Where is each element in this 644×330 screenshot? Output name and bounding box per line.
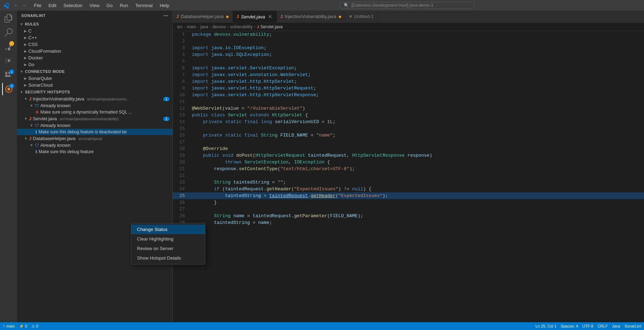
code-line-2: 2 [173, 38, 644, 45]
context-menu-clear-highlighting[interactable]: Clear Highlighting [131, 234, 205, 244]
search-icon[interactable] [2, 26, 15, 39]
sonarqube-item[interactable]: ▶ SonarQube [17, 75, 172, 82]
menu-edit[interactable]: Edit [46, 2, 59, 9]
sonarcloud-item[interactable]: ▶ SonarCloud [17, 82, 172, 88]
code-line-20: 20 throws ServletException, IOException … [173, 159, 644, 166]
sep2: › [198, 24, 199, 29]
injection-count-badge: 1 [163, 97, 170, 101]
code-line-24: 24 if (taintedRequest.getHeader("Expecte… [173, 186, 644, 192]
sidebar-header-actions: ••• [164, 13, 168, 18]
sidebar-more-icon[interactable]: ••• [164, 13, 168, 18]
status-bar: ⑃ main ⚡ 0 ⚠ 0 Ln 25, Col 1 Spaces: 4 UT… [0, 322, 644, 330]
branch-name: main [6, 324, 15, 328]
connected-mode-section-header[interactable]: ▼ CONNECTED MODE [17, 68, 172, 75]
code-line-27: 27 [173, 206, 644, 213]
code-line-5: 5 [173, 58, 644, 65]
tab-databasehelper[interactable]: J DatabaseHelper.java ● [173, 11, 233, 23]
rules-item-cpp[interactable]: ▶ C++ [17, 34, 172, 41]
security-hotspots-section-header[interactable]: ▼ SECURITY HOTSPOTS [17, 88, 172, 95]
breadcrumb-java-icon: J [257, 25, 259, 29]
menu-file[interactable]: File [31, 2, 44, 9]
rules-section-header[interactable]: ▼ RULES [17, 21, 172, 28]
tab1-modified-icon: ● [226, 13, 229, 20]
menu-help[interactable]: Help [157, 2, 172, 9]
breadcrumb-src[interactable]: src [177, 24, 183, 29]
code-line-18: 18 @Override [173, 145, 644, 152]
dbhelper-issue-text: Make sure this debug feature [39, 149, 93, 154]
sonarcloud-label: SonarCloud [28, 82, 53, 88]
status-branch[interactable]: ⑃ main [3, 324, 15, 328]
rules-cloudformation-label: CloudFormation [28, 48, 61, 54]
back-arrow[interactable]: ← [13, 2, 19, 8]
injection-issue-item[interactable]: ⊗ Make sure using a dynamically formatte… [17, 109, 172, 115]
rules-section-label: RULES [25, 22, 39, 26]
menu-terminal[interactable]: Terminal [132, 2, 155, 9]
menu-view[interactable]: View [87, 2, 102, 9]
editor-area: J DatabaseHelper.java ● J Servlet.java ✕… [173, 11, 644, 322]
servlet-file-item[interactable]: ▼ J Servlet.java src\main\java\devoxx\vu… [17, 115, 172, 122]
dbhelper-file-item[interactable]: ▼ J DatabaseHelper.java src\main\java\ [17, 135, 172, 142]
rules-item-go[interactable]: ▶ Go [17, 61, 172, 68]
status-eol[interactable]: CRLF [598, 324, 608, 328]
code-line-21: 21 response.setContentType("text/html;ch… [173, 166, 644, 172]
breadcrumb-java[interactable]: java [200, 24, 208, 29]
main-layout: 1 1 3 SONARLINT ••• ▼ RULES [0, 11, 644, 322]
tab3-label: InjectionVulnerability.java [285, 14, 336, 19]
menu-go[interactable]: Go [104, 2, 115, 9]
search-bar[interactable]: 🔍 [Extension Development Host] java-demo… [340, 2, 474, 9]
rules-item-css[interactable]: ▶ CSS [17, 41, 172, 48]
code-line-13: 13 public class Servlet extends HttpServ… [173, 112, 644, 118]
security-hotspots-label: SECURITY HOTSPOTS [25, 90, 70, 94]
sonarlint-icon[interactable]: 3 [2, 83, 15, 95]
status-language[interactable]: Java [612, 324, 620, 328]
cpp-chevron-icon: ▶ [24, 36, 27, 40]
breadcrumb-vulnerability[interactable]: vulnerability [230, 24, 252, 29]
extensions-icon[interactable]: 1 [2, 69, 15, 81]
run-debug-icon[interactable] [2, 54, 15, 67]
security-hotspots-chevron-icon: ▼ [20, 90, 23, 94]
code-line-10: 10 import javax.servlet.http.HttpServlet… [173, 92, 644, 98]
status-errors[interactable]: ⚡ 0 [19, 324, 27, 329]
injection-file-item[interactable]: ▼ J InjectionVulnerability.java src\main… [17, 95, 172, 102]
servlet-issue-item[interactable]: ℹ Make sure this debug feature is deacti… [17, 129, 172, 135]
servlet-known-group[interactable]: ▼ 🛡 Already known [17, 122, 172, 129]
code-editor[interactable]: 1 package devoxx.vulnerability; 2 3 impo… [173, 31, 644, 322]
status-sonarlint[interactable]: SonarLint [625, 324, 641, 328]
source-control-icon[interactable]: 1 [2, 40, 15, 53]
context-menu-show-hotspot-details[interactable]: Show Hotspot Details [131, 253, 205, 263]
servlet-java-icon: J [29, 116, 32, 121]
menu-run[interactable]: Run [117, 2, 131, 9]
tab2-label: Servlet.java [241, 14, 265, 19]
code-line-7: 7 import javax.servlet.annotation.WebSer… [173, 71, 644, 78]
breadcrumb-main[interactable]: main [187, 24, 196, 29]
dbhelper-known-group[interactable]: ▼ 🛡 Already known [17, 142, 172, 149]
injection-known-group[interactable]: ▼ 🛡 Already known [17, 102, 172, 109]
status-encoding[interactable]: UTF-8 [582, 324, 593, 328]
status-line-col[interactable]: Ln 25, Col 1 [536, 324, 557, 328]
context-menu-review-on-server[interactable]: Review on Server [131, 244, 205, 253]
dbhelper-issue-item[interactable]: ℹ Make sure this debug feature [17, 149, 172, 155]
status-warnings[interactable]: ⚠ 0 [32, 324, 38, 329]
rules-item-cloudformation[interactable]: ▶ CloudFormation [17, 48, 172, 54]
dbhelper-chevron-icon: ▼ [24, 137, 28, 140]
breadcrumb-devoxx[interactable]: devoxx [212, 24, 226, 29]
code-line-29: 29 taintedString = name; [173, 219, 644, 226]
rules-item-c[interactable]: ▶ C [17, 28, 172, 34]
status-spaces[interactable]: Spaces: 4 [561, 324, 578, 328]
sidebar-title: SONARLINT [21, 13, 46, 18]
tab-injectionvulnerability[interactable]: J InjectionVulnerability.java ● [277, 11, 346, 23]
warning-count-icon: ⚠ [32, 324, 35, 329]
servlet-filepath: src\main\java\devoxx\vulnerability\ [60, 117, 119, 121]
menu-selection[interactable]: Selection [61, 2, 85, 9]
code-line-22: 22 [173, 172, 644, 179]
tab2-close-button[interactable]: ✕ [267, 14, 273, 19]
dbhelper-known-chevron-icon: ▼ [30, 143, 33, 147]
tab-untitled[interactable]: ≡ Untitled-1 [346, 11, 377, 23]
rules-item-docker[interactable]: ▶ Docker [17, 54, 172, 61]
context-menu-change-status[interactable]: Change Status [131, 225, 205, 234]
tab-servlet[interactable]: J Servlet.java ✕ [233, 11, 277, 23]
forward-arrow[interactable]: → [21, 2, 27, 8]
explorer-icon[interactable] [2, 12, 15, 25]
tab4-icon: ≡ [349, 14, 352, 19]
breadcrumb-file[interactable]: Servlet.java [261, 24, 283, 29]
